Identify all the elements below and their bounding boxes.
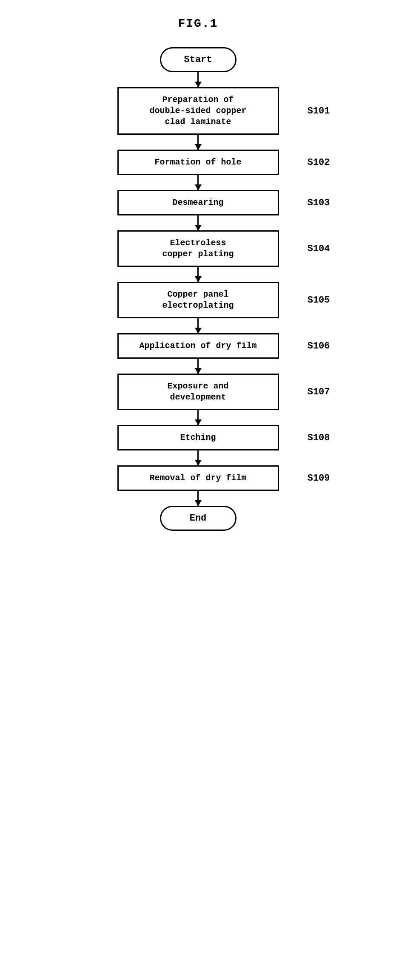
arrow-9 xyxy=(197,491,199,506)
arrow-7 xyxy=(197,410,199,425)
step-label-s103: S103 xyxy=(308,198,330,208)
step-box-s105: Copper panelelectroplating xyxy=(117,282,279,318)
step-label-s108: S108 xyxy=(308,433,330,443)
step-label-s104: S104 xyxy=(308,244,330,254)
step-box-s102: Formation of hole xyxy=(117,150,279,175)
step-box-s109: Removal of dry film xyxy=(117,465,279,491)
step-row-s109: Removal of dry film S109 xyxy=(49,465,347,491)
flowchart: Start Preparation ofdouble-sided copperc… xyxy=(49,47,347,531)
arrow-2 xyxy=(197,175,199,190)
arrow-4 xyxy=(197,267,199,282)
step-box-s104: Electrolesscopper plating xyxy=(117,230,279,267)
arrow-8 xyxy=(197,450,199,465)
step-row-s104: Electrolesscopper plating S104 xyxy=(49,230,347,267)
start-terminal: Start xyxy=(160,47,236,72)
step-box-s107: Exposure anddevelopment xyxy=(117,374,279,410)
step-label-s105: S105 xyxy=(308,295,330,306)
step-label-s101: S101 xyxy=(308,106,330,116)
arrow-3 xyxy=(197,215,199,230)
step-row-s102: Formation of hole S102 xyxy=(49,150,347,175)
step-row-s106: Application of dry film S106 xyxy=(49,333,347,359)
arrow-5 xyxy=(197,318,199,333)
step-row-s105: Copper panelelectroplating S105 xyxy=(49,282,347,318)
step-box-s103: Desmearing xyxy=(117,190,279,215)
step-label-s106: S106 xyxy=(308,341,330,351)
step-row-s101: Preparation ofdouble-sided copperclad la… xyxy=(49,87,347,135)
diagram-container: FIG.1 Start Preparation ofdouble-sided c… xyxy=(49,17,347,531)
step-box-s101: Preparation ofdouble-sided copperclad la… xyxy=(117,87,279,135)
arrow-1 xyxy=(197,135,199,150)
arrow-6 xyxy=(197,359,199,374)
step-box-s108: Etching xyxy=(117,425,279,450)
step-label-s107: S107 xyxy=(308,387,330,397)
step-row-s107: Exposure anddevelopment S107 xyxy=(49,374,347,410)
step-label-s102: S102 xyxy=(308,157,330,168)
step-box-s106: Application of dry film xyxy=(117,333,279,359)
step-label-s109: S109 xyxy=(308,473,330,484)
figure-title: FIG.1 xyxy=(178,17,218,30)
step-row-s103: Desmearing S103 xyxy=(49,190,347,215)
step-row-s108: Etching S108 xyxy=(49,425,347,450)
arrow-0 xyxy=(197,72,199,87)
end-terminal: End xyxy=(160,506,236,531)
